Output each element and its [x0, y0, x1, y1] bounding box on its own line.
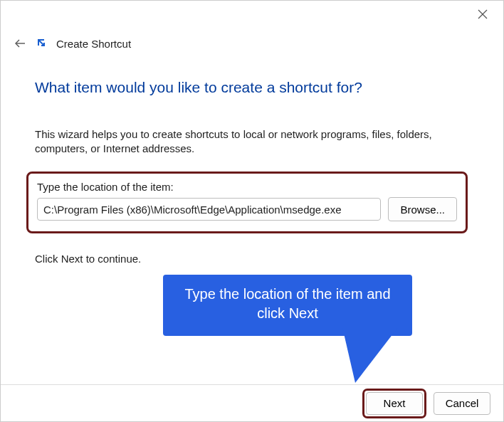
back-arrow-icon[interactable] — [14, 36, 28, 51]
page-description: This wizard helps you to create shortcut… — [35, 127, 469, 157]
continue-text: Click Next to continue. — [35, 253, 141, 265]
footer: Next Cancel — [1, 384, 503, 421]
page-heading: What item would you like to create a sho… — [35, 79, 362, 96]
header: Create Shortcut — [14, 36, 131, 51]
location-label: Type the location of the item: — [37, 181, 457, 193]
location-input[interactable] — [37, 198, 381, 221]
cancel-button[interactable]: Cancel — [434, 392, 490, 415]
annotation-callout-tail — [342, 327, 398, 383]
window-title: Create Shortcut — [56, 38, 131, 50]
shortcut-icon — [36, 38, 48, 49]
next-button[interactable]: Next — [366, 392, 423, 415]
next-highlight-box: Next — [362, 389, 426, 418]
svg-line-3 — [38, 40, 44, 46]
location-highlight-box: Type the location of the item: Browse... — [26, 172, 468, 233]
location-row: Browse... — [37, 197, 457, 221]
browse-button[interactable]: Browse... — [388, 197, 457, 221]
close-icon[interactable] — [478, 9, 490, 22]
